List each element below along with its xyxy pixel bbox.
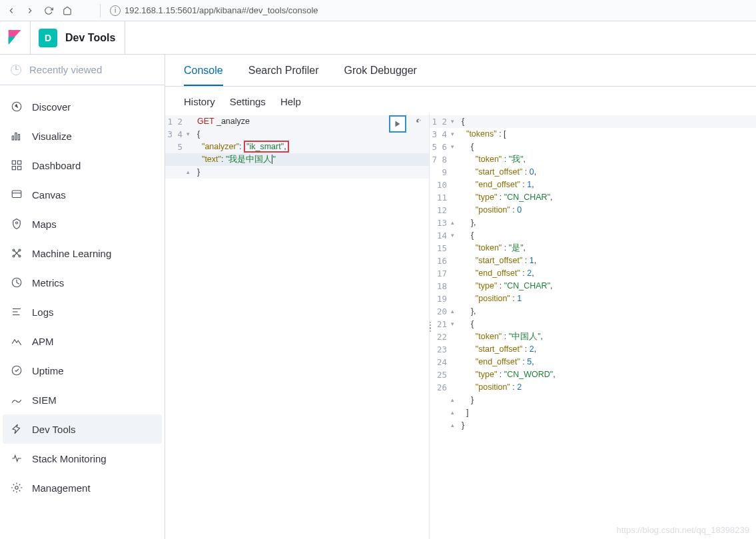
sidebar-item-logs[interactable]: Logs [0,297,165,326]
response-gutter: 1 2 3 4 5 6 7 8 9 10 11 12 13 14 15 16 1… [430,115,451,444]
nav-icon [11,423,23,435]
sidebar-item-stack-monitoring[interactable]: Stack Monitoring [0,444,165,473]
tab-console[interactable]: Console [184,65,223,86]
console-toolbar: History Settings Help [165,87,756,114]
kibana-logo-icon[interactable] [0,21,31,55]
sidebar-item-metrics[interactable]: Metrics [0,268,165,297]
sidebar-item-label: Management [32,482,91,494]
nav-icon [11,218,23,230]
sidebar-item-apm[interactable]: APM [0,326,165,356]
watermark: https://blog.csdn.net/qq_18398239 [617,525,750,535]
tabs: ConsoleSearch ProfilerGrok Debugger [165,55,756,87]
sidebar-item-label: Stack Monitoring [32,453,107,464]
send-request-button[interactable] [389,115,406,133]
browser-home-icon[interactable] [61,5,73,17]
svg-rect-5 [15,133,17,141]
svg-point-13 [16,222,18,224]
sidebar-item-label: APM [32,336,54,347]
request-code[interactable]: GET _analyze { "analyzer": "ik_smart", "… [194,115,289,179]
nav-icon [11,159,23,171]
pane-resize-handle[interactable]: ⋮⋮ [426,324,436,329]
svg-marker-26 [396,121,400,127]
sidebar-item-label: Canvas [32,189,66,201]
svg-rect-9 [12,167,15,170]
svg-marker-3 [15,104,18,109]
app-header: D Dev Tools [0,21,756,55]
response-code: { "tokens" : [ { "token" : "我", "start_o… [459,115,556,444]
sidebar-item-label: SIEM [32,394,57,406]
request-fold-col: ▾ ▴ [187,115,194,179]
nav-icon [11,189,23,201]
recently-viewed[interactable]: Recently viewed [0,55,165,85]
toolbar-history[interactable]: History [184,96,215,107]
tab-search-profiler[interactable]: Search Profiler [248,65,319,86]
browser-bar: i 192.168.1.15:5601/app/kibana#/dev_tool… [0,0,756,21]
request-editor[interactable]: 1 2 3 4 5 ▾ ▴ GET _analyze { "analyzer":… [165,114,429,539]
nav-icon [11,482,23,494]
nav-icon [11,247,23,259]
main-panel: ConsoleSearch ProfilerGrok Debugger Hist… [165,55,756,539]
response-fold-col: ▾ ▾ ▾ ▴ ▾ ▴ ▾ ▴ ▴ ▴ [451,115,459,444]
sidebar-item-label: Dashboard [32,160,81,171]
sidebar: Recently viewed DiscoverVisualizeDashboa… [0,55,165,539]
sidebar-item-label: Logs [32,306,54,318]
sidebar-item-label: Metrics [32,277,64,288]
request-options-icon[interactable] [409,115,424,130]
nav-icon [11,364,23,376]
browser-back-icon[interactable] [5,5,17,17]
sidebar-item-machine-learning[interactable]: Machine Learning [0,239,165,268]
svg-rect-10 [18,167,21,170]
sidebar-item-siem[interactable]: SIEM [0,385,165,414]
svg-marker-1 [8,37,15,45]
toolbar-help[interactable]: Help [280,96,301,107]
sidebar-item-label: Uptime [32,365,64,376]
sidebar-item-label: Discover [32,101,71,113]
nav-icon [11,130,23,142]
svg-rect-6 [18,135,19,140]
nav-icon [11,335,23,347]
sidebar-item-management[interactable]: Management [0,473,165,502]
page-title: Dev Tools [65,32,115,44]
sidebar-item-visualize[interactable]: Visualize [0,121,165,151]
svg-rect-7 [12,161,15,164]
nav-icon [11,452,23,464]
svg-point-25 [15,486,19,490]
sidebar-item-dashboard[interactable]: Dashboard [0,151,165,180]
svg-rect-11 [12,191,21,198]
nav-icon [11,101,23,113]
site-info-icon[interactable]: i [110,5,121,16]
sidebar-item-label: Machine Learning [32,248,111,259]
sidebar-item-label: Maps [32,219,57,230]
nav-icon [11,306,23,318]
sidebar-item-uptime[interactable]: Uptime [0,356,165,385]
clock-icon [11,65,21,75]
nav-icon [11,276,23,288]
url-text: 192.168.1.15:5601/app/kibana#/dev_tools/… [125,5,318,15]
sidebar-item-discover[interactable]: Discover [0,92,165,121]
svg-rect-4 [12,136,13,140]
svg-rect-8 [18,161,21,164]
sidebar-item-label: Dev Tools [32,424,76,435]
nav-icon [11,394,23,406]
browser-forward-icon[interactable] [24,5,36,17]
sidebar-item-label: Visualize [32,131,72,142]
response-editor[interactable]: ⋮⋮ 1 2 3 4 5 6 7 8 9 10 11 12 13 14 15 1… [429,114,756,539]
toolbar-settings[interactable]: Settings [230,96,266,107]
sidebar-item-dev-tools[interactable]: Dev Tools [3,414,162,444]
tab-grok-debugger[interactable]: Grok Debugger [344,65,417,86]
recently-viewed-label: Recently viewed [29,64,102,75]
app-badge: D [39,29,57,47]
sidebar-item-canvas[interactable]: Canvas [0,180,165,209]
sidebar-item-maps[interactable]: Maps [0,209,165,239]
browser-refresh-icon[interactable] [43,5,55,17]
request-gutter: 1 2 3 4 5 [165,115,187,179]
